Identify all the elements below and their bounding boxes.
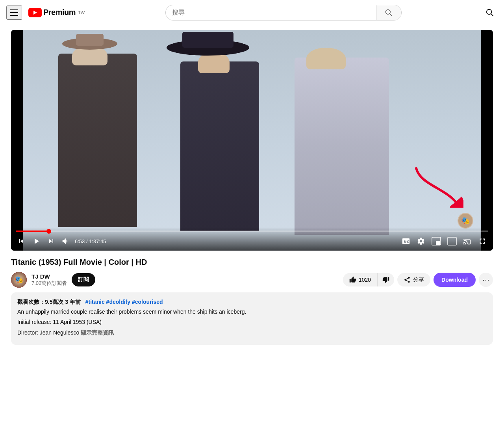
settings-button[interactable] [415,235,427,247]
youtube-logo [28,8,42,17]
controls-right [400,235,488,247]
video-frame[interactable]: 🎭 [11,30,493,251]
video-info: Titanic (1953) Full Movie | Color | HD 🎭… [11,251,493,345]
channel-info: TJ DW 7.02萬位訂閱者 [32,273,67,287]
video-black-bar-left [11,30,23,251]
progress-filled [16,231,49,232]
subtitles-button[interactable] [400,235,412,247]
theater-icon [447,237,457,245]
share-icon [404,276,411,283]
subscribe-button[interactable]: 訂閱 [72,273,95,286]
share-button[interactable]: 分享 [397,273,430,286]
miniplayer-button[interactable] [430,235,443,247]
progress-dot [46,229,51,234]
subtitles-icon [402,237,410,245]
theater-button[interactable] [446,235,458,247]
description-tags[interactable]: #titanic #deoldify #colourised [85,299,163,305]
menu-button[interactable] [6,6,22,20]
thumbs-up-icon [349,276,356,283]
video-title: Titanic (1953) Full Movie | Color | HD [11,257,493,267]
more-icon: ⋯ [482,275,489,284]
show-more-button[interactable]: 顯示完整資訊 [81,329,114,337]
dislike-button[interactable] [378,273,394,286]
controls-left: 6:53 / 1:37:45 [16,235,106,247]
video-controls: 6:53 / 1:37:45 [11,227,493,251]
description-text: An unhappily married couple realise thei… [17,307,487,337]
channel-row: 🎭 TJ DW 7.02萬位訂閱者 訂閱 1020 [11,272,493,288]
header-center [85,5,482,20]
logo-area[interactable]: PremiumTW [28,8,85,17]
progress-bar[interactable] [16,231,488,232]
skip-back-icon [17,237,25,245]
cast-icon [463,237,472,245]
more-options-button[interactable]: ⋯ [479,273,493,287]
miniplayer-icon [432,237,441,245]
cast-button[interactable] [461,235,473,247]
description-stats: 觀看次數：9.5萬次 3 年前 #titanic #deoldify #colo… [17,299,487,306]
total-time: 1:37:45 [89,238,106,244]
video-scene: 🎭 [11,30,493,251]
svg-rect-9 [448,237,456,245]
search-icon [385,9,393,17]
like-button[interactable]: 1020 [343,273,378,286]
description-box: 觀看次數：9.5萬次 3 年前 #titanic #deoldify #colo… [11,292,493,345]
header-search-button[interactable] [482,5,498,20]
avatar[interactable]: 🎭 [11,272,27,288]
download-button[interactable]: Download [434,273,476,287]
settings-icon [417,237,425,245]
like-count: 1020 [359,277,371,283]
fullscreen-icon [478,237,487,245]
svg-line-3 [390,13,392,15]
time-display: 6:53 / 1:37:45 [75,238,106,244]
download-label: Download [441,277,468,283]
thumbs-down-icon [382,276,389,283]
search-input[interactable] [166,9,376,16]
logo-badge: TW [78,10,85,15]
channel-name: TJ DW [32,273,67,280]
description-line1: An unhappily married couple realise thei… [17,307,487,316]
play-button[interactable] [30,235,43,247]
header-left: PremiumTW [6,6,85,20]
description-line2: Initial release: 11 April 1953 (USA) [17,318,487,326]
svg-line-5 [491,13,493,16]
skip-forward-icon [47,237,55,245]
view-stats: 觀看次數：9.5萬次 3 年前 [17,299,81,305]
header-search-icon [485,8,494,17]
current-time: 6:53 [75,238,85,244]
description-line3: Director: Jean Negulesco 顯示完整資訊 [17,328,487,337]
header-right [482,5,498,20]
video-black-bar-right [481,30,493,251]
main-content: 🎭 [0,30,504,345]
search-bar [165,5,402,20]
controls-row: 6:53 / 1:37:45 [16,235,488,247]
logo-text: Premium [43,8,76,17]
like-dislike-group: 1020 [343,273,394,286]
channel-left: 🎭 TJ DW 7.02萬位訂閱者 訂閱 [11,272,95,288]
share-label: 分享 [413,276,424,283]
svg-rect-8 [436,241,440,245]
channel-actions: 1020 分享 Downloa [343,273,493,287]
skip-forward-button[interactable] [46,236,57,247]
video-watermark: 🎭 [458,213,473,229]
video-container: 🎭 [11,30,493,251]
skip-back-button[interactable] [16,236,27,247]
volume-button[interactable] [60,235,72,247]
header: PremiumTW [0,0,504,25]
play-icon [32,236,41,246]
volume-icon [61,237,70,245]
search-button[interactable] [376,5,401,20]
subscriber-count: 7.02萬位訂閱者 [32,280,67,287]
fullscreen-button[interactable] [476,235,488,247]
avatar-inner: 🎭 [11,272,27,288]
